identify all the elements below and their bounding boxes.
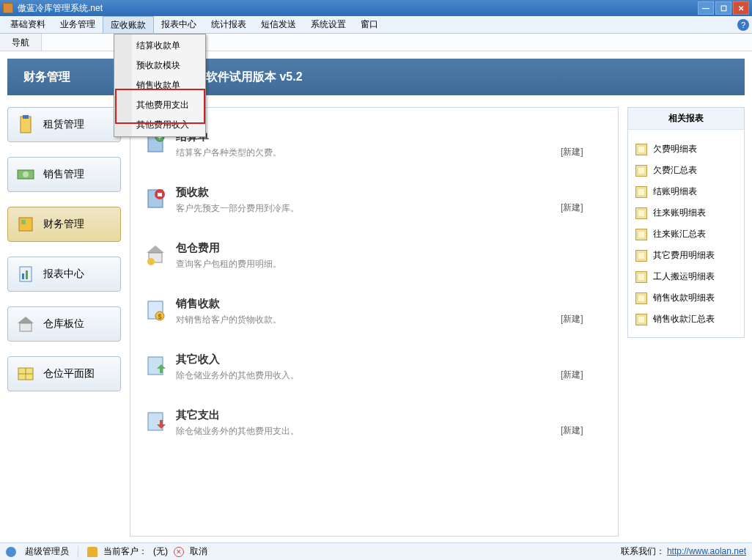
nav-reports[interactable]: 报表中心 [7,257,121,292]
status-customer-label: 当前客户： [103,545,147,558]
titlebar: 傲蓝冷库管理系统.net — ☐ ✕ [0,0,752,16]
dd-item-settlement-receipt[interactable]: 结算收款单 [116,36,204,56]
dd-item-prepay-module[interactable]: 预收款模块 [116,56,204,75]
menu-window[interactable]: 窗口 [353,16,386,33]
menu-sms[interactable]: 短信发送 [254,16,303,33]
house-icon [15,314,36,334]
svg-rect-0 [21,117,31,133]
dropdown-receivable: 结算收款单 预收款模块 销售收款单 其他费用支出 其他费用收入 [114,34,206,137]
report-arrears-detail[interactable]: 欠费明细表 [628,139,744,160]
report-icon [635,186,647,198]
report-ledger-detail[interactable]: 往来账明细表 [628,202,744,224]
banner-version: 软件试用版本 v5.2 [130,59,745,95]
menu-settings[interactable]: 系统设置 [303,16,353,33]
nav-finance[interactable]: 财务管理 [7,207,121,242]
svg-text:$: $ [158,313,161,320]
status-customer-value: (无) [153,545,168,558]
new-other-income-link[interactable]: [新建] [561,369,605,381]
report-worker-detail[interactable]: 工人搬运明细表 [628,266,744,287]
cancel-icon[interactable]: ✕ [174,547,184,557]
report-icon [635,292,647,304]
clipboard-icon [15,114,36,135]
customer-icon [87,547,97,557]
report-sales-receipt-detail[interactable]: 销售收款明细表 [628,287,744,309]
report-icon [635,144,647,155]
contact-label: 联系我们： [621,546,665,556]
menu-receivable[interactable]: 应收账款 [103,16,154,33]
svg-marker-20 [147,246,164,253]
contact-link[interactable]: http://www.aolan.net [667,546,746,556]
svg-point-22 [147,258,155,265]
svg-rect-5 [21,220,26,224]
svg-rect-10 [20,323,32,331]
report-icon [635,207,647,219]
sales-receipt-icon: $ [144,298,167,322]
module-other-expense[interactable]: 其它支出除仓储业务外的其他费用支出。 [新建] [144,408,605,438]
svg-point-3 [23,172,29,177]
svg-rect-31 [160,420,163,424]
new-other-expense-link[interactable]: [新建] [561,424,605,437]
nav-sales[interactable]: 销售管理 [7,157,121,192]
finance-icon [15,214,36,235]
status-user: 超级管理员 [25,545,69,558]
menubar: 基础资料 业务管理 应收账款 报表中心 统计报表 短信发送 系统设置 窗口 ? [0,16,752,34]
other-expense-icon [144,410,167,433]
new-sales-receipt-link[interactable]: [新建] [561,313,605,325]
cash-icon [15,164,36,185]
tab-row: 导航 [0,34,752,51]
minimize-button[interactable]: — [698,1,714,15]
report-icon [635,165,647,177]
menu-stats[interactable]: 统计报表 [204,16,254,33]
close-button[interactable]: ✕ [733,1,749,15]
report-ledger-summary[interactable]: 往来账汇总表 [628,224,744,245]
nav-warehouse[interactable]: 仓库板位 [7,306,121,342]
maximize-button[interactable]: ☐ [715,1,731,15]
report-icon [635,271,647,283]
user-icon [6,547,16,557]
window-title: 傲蓝冷库管理系统.net [18,2,696,15]
report-arrears-summary[interactable]: 欠费汇总表 [628,160,744,181]
module-settlement[interactable]: + 结算单结算客户各种类型的欠费。 [新建] [144,130,605,159]
new-prepay-link[interactable]: [新建] [561,202,605,214]
svg-rect-28 [160,369,163,373]
svg-rect-8 [26,270,28,279]
dd-item-other-income[interactable]: 其他费用收入 [116,115,204,135]
nav-floorplan[interactable]: 仓位平面图 [7,356,121,391]
report-icon [635,314,647,325]
statusbar: 超级管理员 当前客户： (无) ✕ 取消 联系我们： http://www.ao… [0,542,752,560]
report-icon [635,250,647,262]
nav-panel: 租赁管理 销售管理 财务管理 报表中心 仓库板位 仓位平面图 [7,107,121,539]
nav-lease[interactable]: 租赁管理 [7,107,121,142]
svg-rect-7 [22,273,24,279]
report-icon [15,264,36,284]
module-storage-fee[interactable]: 包仓费用查询客户包租的费用明细。 [144,241,605,270]
storage-fee-icon [144,243,167,266]
tab-nav[interactable]: 导航 [0,34,42,51]
menu-basic-data[interactable]: 基础资料 [3,16,53,33]
grid-icon [15,364,36,384]
report-settlement-detail[interactable]: 结账明细表 [628,181,744,202]
status-cancel[interactable]: 取消 [190,545,207,558]
report-icon [635,229,647,240]
module-prepay[interactable]: 预收款客户先预支一部分费用到冷库。 [新建] [144,185,605,215]
report-sales-receipt-summary[interactable]: 销售收款汇总表 [628,309,744,330]
related-reports-column: 相关报表 欠费明细表 欠费汇总表 结账明细表 往来账明细表 往来账汇总表 其它费… [627,107,745,539]
new-settlement-link[interactable]: [新建] [561,146,605,158]
menu-business[interactable]: 业务管理 [53,16,103,33]
report-other-fee-detail[interactable]: 其它费用明细表 [628,245,744,266]
main-content-panel: + 结算单结算客户各种类型的欠费。 [新建] 预收款客户先预支一部分费用到冷库。… [130,107,619,539]
prepay-icon [144,187,167,210]
help-icon[interactable]: ? [737,19,749,31]
related-reports-title: 相关报表 [628,108,744,130]
app-icon [3,3,13,13]
module-sales-receipt[interactable]: $ 销售收款对销售给客户的货物收款。 [新建] [144,297,605,326]
svg-rect-1 [23,115,29,119]
dd-item-other-expense[interactable]: 其他费用支出 [116,95,204,115]
module-other-income[interactable]: 其它收入除仓储业务外的其他费用收入。 [新建] [144,353,605,382]
svg-rect-19 [158,193,162,196]
menu-reports[interactable]: 报表中心 [154,16,204,33]
banner-title: 财务管理 [7,59,130,95]
other-income-icon [144,354,167,377]
dd-item-sales-receipt[interactable]: 销售收款单 [116,75,204,95]
svg-marker-9 [18,317,34,323]
